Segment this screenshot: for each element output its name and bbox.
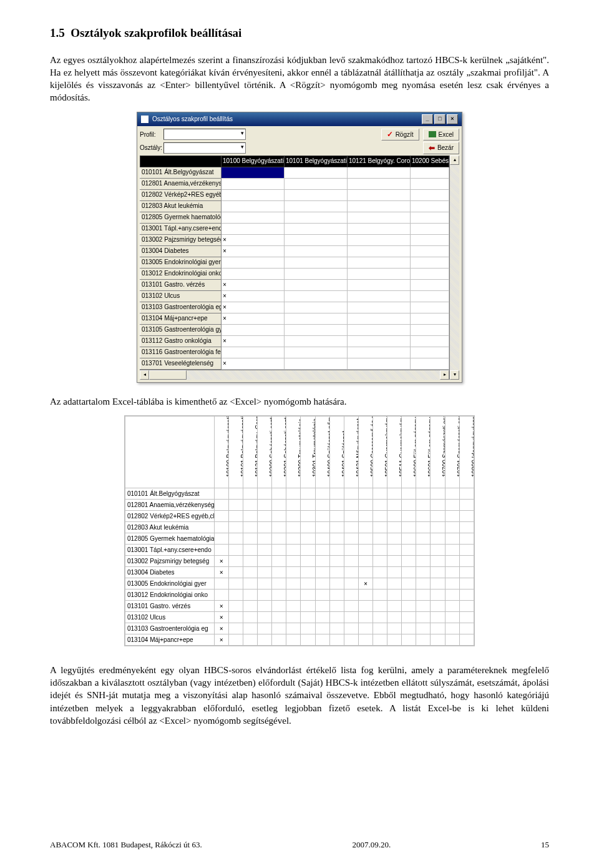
table-row[interactable]: 013012 Endokrinológiai onko (140, 268, 449, 279)
table-row[interactable]: 013102 Ulcus× (140, 290, 449, 302)
cell[interactable] (348, 335, 411, 347)
scroll-up-button[interactable]: ▴ (450, 155, 459, 165)
table-row[interactable]: 012802 Vérkép2+RES egyéb,c (140, 189, 449, 200)
vertical-scrollbar[interactable]: ▴ ▾ (449, 155, 459, 380)
cell[interactable] (348, 234, 411, 245)
minimize-button[interactable]: _ (422, 114, 433, 124)
row-header[interactable]: 012802 Vérkép2+RES egyéb,c (140, 189, 222, 200)
cell[interactable]: × (222, 335, 285, 347)
cell[interactable] (285, 257, 348, 268)
cell[interactable] (285, 279, 348, 290)
table-row[interactable]: 013112 Gastro onkológia× (140, 335, 449, 347)
cell[interactable] (285, 358, 348, 369)
cell[interactable] (348, 189, 411, 200)
cell[interactable] (285, 335, 348, 347)
osztaly-combo[interactable] (163, 142, 246, 154)
row-header[interactable]: 013701 Veseelégtelenség (140, 358, 222, 369)
table-row[interactable]: 012801 Anaemia,vérzékenysé (140, 178, 449, 189)
row-header[interactable]: 013102 Ulcus (140, 290, 222, 302)
row-header[interactable]: 013004 Diabetes (140, 245, 222, 257)
cell[interactable] (411, 245, 449, 257)
table-row[interactable]: 013104 Máj+pancr+epe× (140, 313, 449, 324)
column-header[interactable]: 10101 Belgyógyászati osztá (285, 155, 348, 167)
column-header[interactable]: 10100 Belgyógyászati osztá (222, 155, 285, 167)
scroll-right-button[interactable]: ▸ (440, 370, 449, 380)
cell[interactable] (348, 212, 411, 223)
table-row[interactable]: 013101 Gastro. vérzés× (140, 279, 449, 290)
cell[interactable] (411, 335, 449, 347)
table-row[interactable]: 013116 Gastroenterológia fe (140, 347, 449, 358)
cell[interactable] (285, 302, 348, 313)
row-header[interactable]: 013105 Gastroenterológia gy (140, 324, 222, 335)
close-window-button[interactable]: × (447, 114, 458, 124)
table-row[interactable]: 010101 Ált.Belgyógyászat (140, 167, 449, 178)
column-header[interactable]: 10121 Belgyógy. Coronaria (348, 155, 411, 167)
cell[interactable] (411, 290, 449, 302)
excel-button[interactable]: Excel (423, 129, 459, 141)
row-header[interactable]: 013012 Endokrinológiai onko (140, 268, 222, 279)
row-header[interactable]: 013005 Endokrinológiai gyer (140, 257, 222, 268)
scroll-thumb[interactable] (149, 370, 187, 380)
table-row[interactable]: 013701 Veseelégtelenség× (140, 358, 449, 369)
cell[interactable] (285, 245, 348, 257)
cell[interactable]: × (222, 245, 285, 257)
cell[interactable] (285, 268, 348, 279)
scroll-down-button[interactable]: ▾ (450, 370, 459, 380)
cell[interactable] (285, 223, 348, 234)
cell[interactable] (222, 347, 285, 358)
cell[interactable] (411, 268, 449, 279)
cell[interactable] (285, 200, 348, 212)
cell[interactable] (285, 178, 348, 189)
cell[interactable] (285, 290, 348, 302)
cell[interactable] (222, 268, 285, 279)
cell[interactable] (348, 245, 411, 257)
cell[interactable] (411, 189, 449, 200)
cell[interactable] (348, 324, 411, 335)
row-header[interactable]: 013104 Máj+pancr+epe (140, 313, 222, 324)
cell[interactable] (348, 268, 411, 279)
cell[interactable] (348, 313, 411, 324)
cell[interactable] (285, 324, 348, 335)
horizontal-scrollbar[interactable]: ◂ ▸ (140, 370, 449, 380)
rogzit-button[interactable]: ✓ Rögzít (381, 129, 419, 141)
cell[interactable] (222, 324, 285, 335)
cell[interactable] (411, 324, 449, 335)
bezar-button[interactable]: ⬅ Bezár (423, 142, 459, 154)
cell[interactable] (285, 189, 348, 200)
cell[interactable] (348, 279, 411, 290)
table-row[interactable]: 013105 Gastroenterológia gy (140, 324, 449, 335)
cell[interactable] (411, 302, 449, 313)
cell[interactable] (411, 234, 449, 245)
cell[interactable] (348, 358, 411, 369)
cell[interactable] (285, 212, 348, 223)
column-header[interactable]: 10200 Sebés (411, 155, 449, 167)
cell[interactable]: × (222, 234, 285, 245)
table-row[interactable]: 012803 Akut leukémia (140, 200, 449, 212)
table-row[interactable]: 013001 Tápl.+any.csere+endo (140, 223, 449, 234)
cell[interactable] (222, 178, 285, 189)
cell[interactable] (348, 347, 411, 358)
table-row[interactable]: 013005 Endokrinológiai gyer (140, 257, 449, 268)
cell[interactable] (348, 178, 411, 189)
row-header[interactable]: 013101 Gastro. vérzés (140, 279, 222, 290)
cell[interactable] (348, 302, 411, 313)
cell[interactable] (348, 167, 411, 178)
cell[interactable]: × (222, 290, 285, 302)
cell[interactable] (411, 347, 449, 358)
cell[interactable] (348, 200, 411, 212)
cell[interactable] (285, 347, 348, 358)
row-header[interactable]: 012805 Gyermek haematológi (140, 212, 222, 223)
row-header[interactable]: 013001 Tápl.+any.csere+endo (140, 223, 222, 234)
cell[interactable]: × (222, 313, 285, 324)
cell[interactable] (411, 178, 449, 189)
scroll-left-button[interactable]: ◂ (140, 370, 149, 380)
table-row[interactable]: 013002 Pajzsmirigy betegség× (140, 234, 449, 245)
cell[interactable] (222, 200, 285, 212)
cell[interactable] (222, 167, 285, 178)
cell[interactable] (411, 200, 449, 212)
cell[interactable]: × (222, 302, 285, 313)
cell[interactable] (285, 313, 348, 324)
cell[interactable] (411, 279, 449, 290)
cell[interactable] (411, 167, 449, 178)
row-header[interactable]: 013002 Pajzsmirigy betegség (140, 234, 222, 245)
